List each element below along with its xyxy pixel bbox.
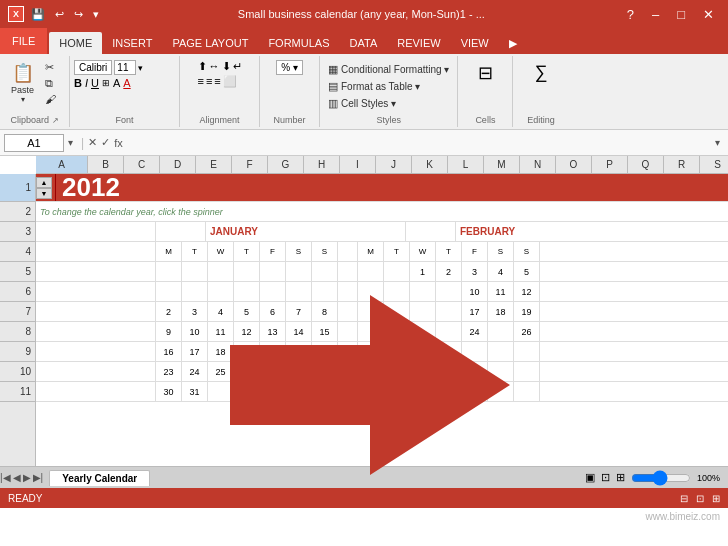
jan-row6-col1[interactable] — [182, 282, 208, 301]
tab-file[interactable]: FILE — [0, 28, 47, 54]
number-format-dropdown[interactable]: % ▾ — [276, 60, 303, 75]
feb-row9-col6[interactable] — [514, 342, 540, 361]
feb-row10-col5[interactable] — [488, 362, 514, 381]
jan-row10-col5[interactable]: 28 — [286, 362, 312, 381]
spinner-up-btn[interactable]: ▲ — [36, 177, 52, 188]
align-center-icon[interactable]: ≡ — [206, 75, 212, 88]
zoom-slider[interactable] — [631, 473, 691, 483]
feb-row6-col1[interactable] — [384, 282, 410, 301]
jan-row8-col0[interactable]: 9 — [156, 322, 182, 341]
bold-button[interactable]: B — [74, 77, 82, 89]
feb-row10-col2[interactable] — [410, 362, 436, 381]
jan-row10-col1[interactable]: 24 — [182, 362, 208, 381]
jan-row5-col5[interactable] — [286, 262, 312, 281]
feb-row10-col3[interactable] — [436, 362, 462, 381]
jan-row5-col1[interactable] — [182, 262, 208, 281]
jan-row11-col6[interactable] — [312, 382, 338, 401]
confirm-formula-icon[interactable]: ✓ — [101, 136, 110, 149]
feb-row5-col4[interactable]: 3 — [462, 262, 488, 281]
jan-row9-col2[interactable]: 18 — [208, 342, 234, 361]
feb-row8-col2[interactable] — [410, 322, 436, 341]
jan-row5-col3[interactable] — [234, 262, 260, 281]
jan-row10-col2[interactable]: 25 — [208, 362, 234, 381]
fill-color-button[interactable]: A — [113, 77, 120, 89]
feb-row8-col5[interactable] — [488, 322, 514, 341]
formula-dropdown[interactable]: ▾ — [715, 137, 720, 148]
align-top-icon[interactable]: ⬆ — [198, 60, 207, 73]
merge-cells-icon[interactable]: ⬜ — [223, 75, 237, 88]
feb-row10-col1[interactable] — [384, 362, 410, 381]
help-btn[interactable]: ? — [621, 5, 640, 24]
feb-row9-col5[interactable] — [488, 342, 514, 361]
feb-row5-col1[interactable] — [384, 262, 410, 281]
tab-more[interactable]: ▶ — [499, 32, 527, 54]
jan-row10-col0[interactable]: 23 — [156, 362, 182, 381]
feb-row7-col2[interactable] — [410, 302, 436, 321]
conditional-formatting-button[interactable]: ▦ Conditional Formatting ▾ — [324, 62, 453, 77]
tab-insert[interactable]: INSERT — [102, 32, 162, 54]
feb-row6-col0[interactable] — [358, 282, 384, 301]
jan-row11-col4[interactable] — [260, 382, 286, 401]
feb-row8-col3[interactable] — [436, 322, 462, 341]
jan-row8-col1[interactable]: 10 — [182, 322, 208, 341]
maximize-btn[interactable]: □ — [671, 5, 691, 24]
cut-button[interactable]: ✂ — [41, 60, 63, 75]
paste-button[interactable]: 📋 Paste ▾ — [7, 60, 39, 106]
feb-row11-col3[interactable] — [436, 382, 462, 401]
sheet-tab-yearly-calendar[interactable]: Yearly Calendar — [49, 470, 150, 486]
jan-row11-col5[interactable] — [286, 382, 312, 401]
jan-row11-col2[interactable] — [208, 382, 234, 401]
jan-row9-col1[interactable]: 17 — [182, 342, 208, 361]
normal-view-icon[interactable]: ▣ — [585, 471, 595, 484]
jan-row7-col6[interactable]: 8 — [312, 302, 338, 321]
redo-btn[interactable]: ↪ — [71, 7, 86, 22]
jan-row8-col2[interactable]: 11 — [208, 322, 234, 341]
jan-row6-col4[interactable] — [260, 282, 286, 301]
jan-row6-col2[interactable] — [208, 282, 234, 301]
feb-row10-col4[interactable] — [462, 362, 488, 381]
jan-row8-col5[interactable]: 14 — [286, 322, 312, 341]
feb-row6-col5[interactable]: 11 — [488, 282, 514, 301]
feb-row9-col2[interactable] — [410, 342, 436, 361]
close-btn[interactable]: ✕ — [697, 5, 720, 24]
format-painter-button[interactable]: 🖌 — [41, 92, 63, 106]
align-left-icon[interactable]: ≡ — [198, 75, 204, 88]
grid-row-1[interactable]: ▲ ▼ 2012 — [36, 174, 728, 202]
feb-row11-col5[interactable] — [488, 382, 514, 401]
feb-row5-col3[interactable]: 2 — [436, 262, 462, 281]
feb-row7-col1[interactable] — [384, 302, 410, 321]
jan-row5-col6[interactable] — [312, 262, 338, 281]
clipboard-expand-icon[interactable]: ↗ — [52, 116, 59, 125]
jan-row7-col4[interactable]: 6 — [260, 302, 286, 321]
undo-btn[interactable]: ↩ — [52, 7, 67, 22]
feb-row11-col4[interactable] — [462, 382, 488, 401]
align-middle-icon[interactable]: ↔ — [209, 60, 220, 73]
jan-row8-col3[interactable]: 12 — [234, 322, 260, 341]
year-cell[interactable]: 2012 — [56, 174, 728, 201]
sheet-prev-arrow[interactable]: ◀ — [13, 472, 21, 483]
jan-row8-col6[interactable]: 15 — [312, 322, 338, 341]
feb-row6-col2[interactable] — [410, 282, 436, 301]
cell-reference-box[interactable] — [4, 134, 64, 152]
border-button[interactable]: ⊞ — [102, 78, 110, 88]
tab-formulas[interactable]: FORMULAS — [258, 32, 339, 54]
feb-row5-col6[interactable]: 5 — [514, 262, 540, 281]
spinner-down-btn[interactable]: ▼ — [36, 188, 52, 199]
feb-row9-col0[interactable] — [358, 342, 384, 361]
feb-row5-col0[interactable] — [358, 262, 384, 281]
feb-row9-col3[interactable] — [436, 342, 462, 361]
jan-row7-col1[interactable]: 3 — [182, 302, 208, 321]
jan-row8-col4[interactable]: 13 — [260, 322, 286, 341]
feb-row8-col0[interactable] — [358, 322, 384, 341]
font-size-arrow[interactable]: ▾ — [138, 63, 143, 73]
sheet-last-arrow[interactable]: ▶| — [33, 472, 44, 483]
format-as-table-button[interactable]: ▤ Format as Table ▾ — [324, 79, 424, 94]
cell-styles-button[interactable]: ▥ Cell Styles ▾ — [324, 96, 400, 111]
jan-row6-col3[interactable] — [234, 282, 260, 301]
jan-row11-col1[interactable]: 31 — [182, 382, 208, 401]
feb-row10-col0[interactable] — [358, 362, 384, 381]
jan-row5-col4[interactable] — [260, 262, 286, 281]
feb-row11-col1[interactable] — [384, 382, 410, 401]
jan-row9-col6[interactable]: 22 — [312, 342, 338, 361]
feb-row6-col6[interactable]: 12 — [514, 282, 540, 301]
